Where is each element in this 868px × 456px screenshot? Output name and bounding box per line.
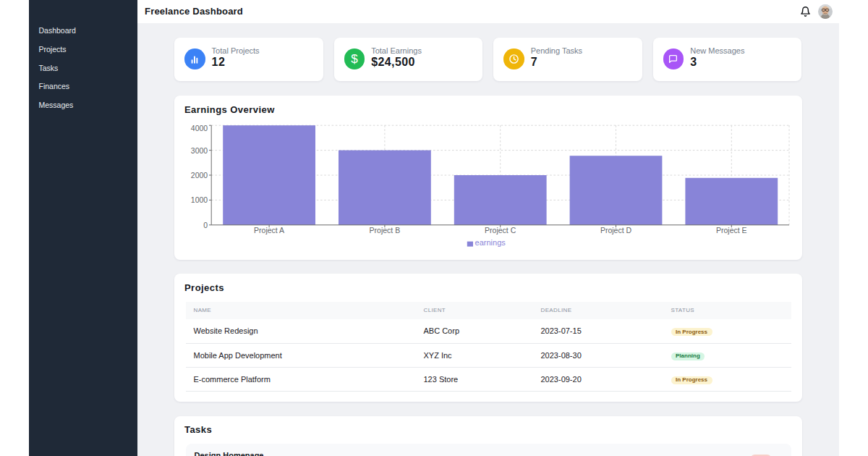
svg-text:Project B: Project B [370, 226, 401, 235]
svg-text:earnings: earnings [475, 238, 506, 247]
svg-text:4000: 4000 [191, 124, 208, 132]
svg-text:Project C: Project C [485, 226, 516, 235]
svg-text:1000: 1000 [191, 195, 208, 204]
svg-text:2000: 2000 [191, 171, 208, 180]
svg-text:0: 0 [203, 220, 208, 229]
svg-text:Project D: Project D [600, 226, 632, 235]
svg-text:3000: 3000 [191, 145, 208, 154]
svg-text:Project E: Project E [716, 226, 747, 235]
svg-text:Project A: Project A [254, 226, 284, 235]
